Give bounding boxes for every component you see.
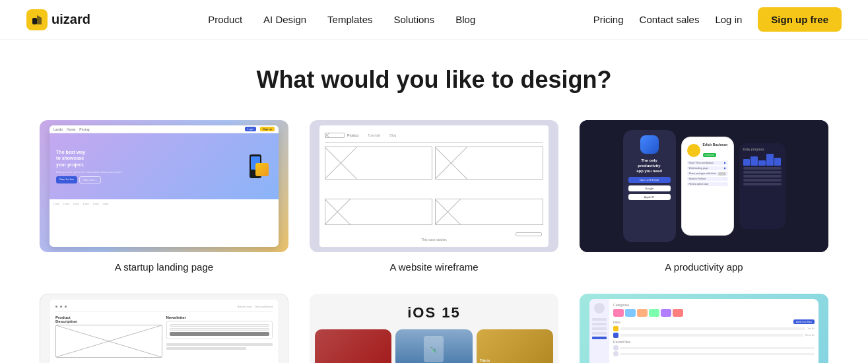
logo-text: uizard	[51, 12, 90, 27]
design-cards-grid: Lando Home Pricing Login Sign up The bes…	[40, 120, 828, 363]
nav-product[interactable]: Product	[208, 14, 242, 25]
nav-links-left: Product AI Design Templates Solutions Bl…	[208, 14, 475, 25]
nav-contact-sales[interactable]: Contact sales	[640, 14, 700, 25]
logo[interactable]: uizard	[26, 9, 90, 30]
nav-templates[interactable]: Templates	[327, 14, 372, 25]
card-ios[interactable]: iOS 15 Find Food in The Day 🗽 Trip	[310, 294, 558, 363]
nav-links-right: Pricing Contact sales Log in Sign up fre…	[593, 7, 842, 32]
card-label-wireframe: A website wireframe	[389, 261, 478, 273]
nav-pricing[interactable]: Pricing	[593, 14, 624, 25]
main-content: What would you like to design? Lando Hom…	[0, 40, 868, 363]
card-dashboard[interactable]: Categories Files Add new files	[580, 294, 828, 363]
logo-icon	[26, 9, 48, 30]
card-image-dashboard: Categories Files Add new files	[580, 294, 828, 363]
signup-button[interactable]: Sign up free	[758, 7, 842, 32]
nav-blog[interactable]: Blog	[455, 14, 475, 25]
card-image-productivity: The onlyproductivityapp you need Open wi…	[580, 120, 828, 252]
card-label-productivity: A productivity app	[665, 261, 743, 273]
nav-ai-design[interactable]: AI Design	[263, 14, 306, 25]
card-image-landing: Lando Home Pricing Login Sign up The bes…	[40, 120, 288, 252]
card-image-article: Article name Date published ProductDescr…	[40, 294, 288, 363]
login-button[interactable]: Log in	[715, 14, 742, 25]
card-label-landing: A startup landing page	[115, 261, 213, 273]
card-productivity[interactable]: The onlyproductivityapp you need Open wi…	[580, 120, 828, 273]
svg-marker-1	[37, 15, 42, 24]
svg-rect-0	[32, 18, 37, 24]
card-image-ios: iOS 15 Find Food in The Day 🗽 Trip	[310, 294, 558, 363]
card-wireframe[interactable]: Product Tutorials Blog	[310, 120, 558, 273]
card-article[interactable]: Article name Date published ProductDescr…	[40, 294, 288, 363]
card-image-wireframe: Product Tutorials Blog	[310, 120, 558, 252]
card-landing-page[interactable]: Lando Home Pricing Login Sign up The bes…	[40, 120, 288, 273]
navbar: uizard Product AI Design Templates Solut…	[0, 0, 868, 40]
nav-solutions[interactable]: Solutions	[393, 14, 434, 25]
page-heading: What would you like to design?	[40, 66, 828, 94]
